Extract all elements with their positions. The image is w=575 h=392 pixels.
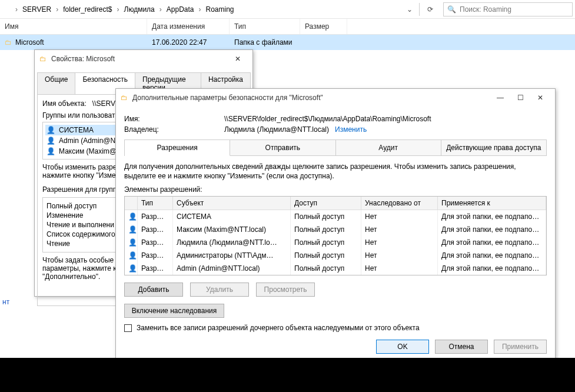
delete-button[interactable]: Удалить [190, 283, 249, 297]
cell-applies: Для этой папки, ее подпапок … [438, 262, 546, 275]
explorer-column-headers: Имя Дата изменения Тип Размер [0, 19, 575, 35]
user-icon: 👤 [128, 212, 138, 221]
cell-type: Разр… [138, 210, 173, 223]
user-icon: 👤 [46, 137, 55, 145]
checkbox-icon[interactable] [124, 324, 132, 332]
tab-audit[interactable]: Аудит [336, 140, 441, 156]
column-header-type[interactable]: Тип [230, 19, 300, 34]
change-owner-link[interactable]: Изменить [335, 125, 367, 134]
window-title: Свойства: Microsoft [51, 55, 228, 63]
column-header-size[interactable]: Размер [300, 19, 347, 34]
tab-share[interactable]: Отправить [230, 140, 335, 156]
list-item[interactable]: 🗀Microsoft 17.06.2020 22:47 Папка с файл… [0, 35, 575, 50]
item-size [300, 35, 347, 50]
separator [419, 3, 420, 16]
header-subject[interactable]: Субъект [173, 197, 291, 210]
breadcrumb[interactable]: › SERVER › folder_redirect$ › Людмила › … [2, 5, 404, 14]
titlebar[interactable]: 🗀 Дополнительные параметры безопасности … [116, 89, 555, 107]
folder-icon: 🗀 [39, 55, 46, 63]
breadcrumb-item[interactable]: folder_redirect$ [61, 5, 114, 14]
enable-inheritance-button[interactable]: Включение наследования [124, 304, 224, 318]
advanced-security-dialog: 🗀 Дополнительные параметры безопасности … [115, 88, 556, 361]
ok-button[interactable]: OK [376, 340, 429, 354]
table-row[interactable]: 👤Разр…Администраторы (NTT\Адм…Полный дос… [125, 249, 546, 262]
breadcrumb-item[interactable]: Roaming [203, 5, 236, 14]
cell-type: Разр… [138, 249, 173, 262]
user-icon: 👤 [128, 225, 138, 234]
cell-inherited: Нет [361, 236, 438, 249]
item-type: Папка с файлами [230, 35, 300, 50]
cell-applies: Для этой папки, ее подпапок … [438, 249, 546, 262]
table-row[interactable]: 👤Разр…Admin (Admin@NTT.local)Полный дост… [125, 262, 546, 275]
cell-subject: Admin (Admin@NTT.local) [173, 262, 291, 275]
titlebar[interactable]: 🗀 Свойства: Microsoft ✕ [35, 50, 252, 68]
cell-subject: Максим (Maxim@NTT.local) [173, 223, 291, 236]
cell-type: Разр… [138, 236, 173, 249]
taskbar-area [0, 358, 575, 392]
replace-checkbox-row[interactable]: Заменить все записи разрешений дочернего… [124, 324, 547, 332]
breadcrumb-item[interactable]: SERVER [20, 5, 54, 14]
header-access[interactable]: Доступ [291, 197, 361, 210]
search-placeholder: Поиск: Roaming [460, 5, 511, 14]
breadcrumb-item[interactable]: Людмила [122, 5, 157, 14]
cell-subject: Администраторы (NTT\Адм… [173, 249, 291, 262]
maximize-icon[interactable]: ☐ [510, 94, 530, 102]
user-icon: 👤 [128, 264, 138, 273]
instruction-text: Для получения дополнительных сведений дв… [124, 162, 547, 181]
cell-access: Полный доступ [291, 262, 361, 275]
chevron-right-icon: › [157, 5, 164, 14]
tab-effective-access[interactable]: Действующие права доступа [441, 140, 546, 156]
column-header-date[interactable]: Дата изменения [147, 19, 230, 34]
cell-subject: СИСТЕМА [173, 210, 291, 223]
item-name: Microsoft [15, 38, 44, 46]
permission-entries-label: Элементы разрешений: [124, 185, 547, 194]
cell-applies: Для этой папки, ее подпапок … [438, 223, 546, 236]
adv-tab-strip: Разрешения Отправить Аудит Действующие п… [124, 139, 547, 156]
permissions-table[interactable]: Тип Субъект Доступ Унаследовано от Приме… [124, 196, 547, 275]
user-icon: 👤 [128, 251, 138, 260]
table-row[interactable]: 👤Разр…Людмила (Людмила@NTT.lo…Полный дос… [125, 236, 546, 249]
search-input[interactable]: 🔍 Поиск: Roaming [443, 2, 573, 16]
column-header-name[interactable]: Имя [0, 19, 147, 34]
cell-type: Разр… [138, 223, 173, 236]
cancel-button[interactable]: Отмена [435, 340, 488, 354]
cell-inherited: Нет [361, 210, 438, 223]
name-value: \\SERVER\folder_redirect$\Людмила\AppDat… [224, 115, 431, 123]
breadcrumb-item[interactable]: AppData [164, 5, 197, 14]
cell-type: Разр… [138, 262, 173, 275]
table-row[interactable]: 👤Разр…Максим (Maxim@NTT.local)Полный дос… [125, 223, 546, 236]
chevron-right-icon: › [54, 5, 61, 14]
header-applies[interactable]: Применяется к [438, 197, 546, 210]
header-inherited[interactable]: Унаследовано от [361, 197, 438, 210]
name-label: Имя: [124, 115, 224, 123]
window-title: Дополнительные параметры безопасности дл… [132, 94, 490, 102]
tab-general[interactable]: Общие [37, 72, 75, 94]
user-icon: 👤 [46, 126, 55, 134]
search-icon: 🔍 [447, 5, 456, 14]
close-icon[interactable]: ✕ [228, 55, 248, 63]
add-button[interactable]: Добавить [124, 283, 183, 297]
chevron-down-icon[interactable]: ⌄ [404, 5, 416, 14]
chevron-right-icon: › [115, 5, 122, 14]
cell-access: Полный доступ [291, 210, 361, 223]
close-icon[interactable]: ✕ [530, 94, 550, 102]
refresh-icon[interactable]: ⟳ [423, 5, 437, 14]
partial-link[interactable]: нт [2, 298, 9, 306]
apply-button[interactable]: Применить [494, 340, 547, 354]
owner-value: Людмила (Людмила@NTT.local) [224, 125, 329, 134]
user-icon: 👤 [46, 147, 55, 155]
cell-access: Полный доступ [291, 236, 361, 249]
chevron-right-icon: › [13, 5, 20, 14]
minimize-icon[interactable]: — [490, 94, 510, 102]
cell-inherited: Нет [361, 262, 438, 275]
table-row[interactable]: 👤Разр…СИСТЕМАПолный доступНетДля этой па… [125, 210, 546, 223]
cell-subject: Людмила (Людмила@NTT.lo… [173, 236, 291, 249]
cell-applies: Для этой папки, ее подпапок … [438, 236, 546, 249]
view-button[interactable]: Просмотреть [256, 283, 315, 297]
folder-icon: 🗀 [5, 38, 12, 46]
tab-permissions[interactable]: Разрешения [125, 140, 230, 156]
header-type[interactable]: Тип [138, 197, 173, 210]
item-date: 17.06.2020 22:47 [147, 35, 230, 50]
cell-access: Полный доступ [291, 249, 361, 262]
user-icon: 👤 [128, 238, 138, 247]
